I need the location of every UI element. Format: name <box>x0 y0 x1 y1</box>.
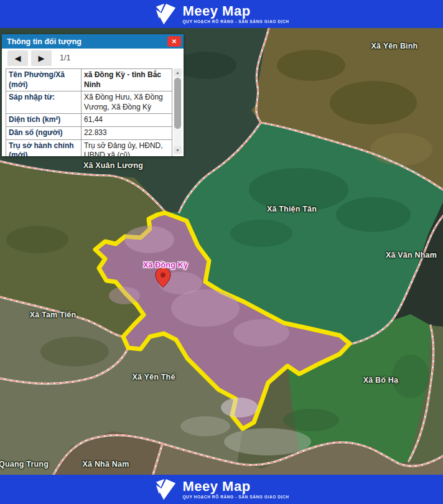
close-icon[interactable]: ✕ <box>167 36 181 47</box>
page-indicator: 1/1 <box>60 54 70 62</box>
popup-header: Thông tin đối tượng ✕ <box>2 34 184 49</box>
popup-title: Thông tin đối tượng <box>7 37 167 46</box>
info-row-label: Tên Phường/Xã (mới) <box>6 69 82 91</box>
brand-name: Meey Map <box>182 480 289 493</box>
prev-page-button[interactable]: ◀ <box>7 50 28 66</box>
meeymap-logo-footer[interactable]: Meey Map QUY HOẠCH RÕ RÀNG - SẴN SÀNG GI… <box>154 478 289 502</box>
info-row-value: xã Đồng Kỳ - tỉnh Bắc Ninh <box>82 69 172 91</box>
info-row-value: 22.833 <box>82 126 172 139</box>
footer-bar: Meey Map QUY HOẠCH RÕ RÀNG - SẴN SÀNG GI… <box>0 475 443 504</box>
scrollbar-thumb[interactable] <box>174 78 181 129</box>
scroll-up-icon[interactable]: ▲ <box>174 68 182 77</box>
object-info-popup: Thông tin đối tượng ✕ ◀ ▶ 1/1 Tên Phường… <box>2 34 184 156</box>
meeymap-logo-icon <box>154 2 177 26</box>
info-row-label: Diện tích (km²) <box>6 114 82 127</box>
info-row-value: Xã Đồng Hưu, Xã Đồng Vương, Xã Đồng Kỳ <box>82 91 172 114</box>
info-row-value: Trụ sở Đảng ủy, HĐND, UBND xã (cũ) <box>82 139 172 156</box>
info-table: Tên Phường/Xã (mới) xã Đồng Kỳ - tỉnh Bắ… <box>6 68 172 156</box>
table-row: Tên Phường/Xã (mới) xã Đồng Kỳ - tỉnh Bắ… <box>6 69 172 91</box>
info-row-label: Dân số (người) <box>6 126 82 139</box>
info-row-label: Trụ sở hành chính (mới) <box>6 139 82 156</box>
header-bar: Meey Map QUY HOẠCH RÕ RÀNG - SẴN SÀNG GI… <box>0 0 443 28</box>
chevron-right-icon: ▶ <box>39 54 45 63</box>
brand-name: Meey Map <box>182 4 289 18</box>
brand-tagline: QUY HOẠCH RÕ RÀNG - SẴN SÀNG GIAO DỊCH <box>182 20 289 24</box>
table-row: Trụ sở hành chính (mới) Trụ sở Đảng ủy, … <box>6 139 172 156</box>
table-row: Diện tích (km²) 61,44 <box>6 114 172 127</box>
table-row: Sáp nhập từ: Xã Đồng Hưu, Xã Đồng Vương,… <box>6 91 172 114</box>
meeymap-logo-icon <box>154 478 177 502</box>
chevron-left-icon: ◀ <box>15 54 21 63</box>
meeymap-logo[interactable]: Meey Map QUY HOẠCH RÕ RÀNG - SẴN SÀNG GI… <box>154 2 289 26</box>
scroll-down-icon[interactable]: ▼ <box>174 146 182 154</box>
info-row-label: Sáp nhập từ: <box>6 91 82 114</box>
brand-tagline: QUY HOẠCH RÕ RÀNG - SẴN SÀNG GIAO DỊCH <box>182 495 289 500</box>
next-page-button[interactable]: ▶ <box>31 50 52 66</box>
popup-scrollbar[interactable]: ▲ ▼ <box>174 68 182 154</box>
info-table-wrap: Tên Phường/Xã (mới) xã Đồng Kỳ - tỉnh Bắ… <box>6 68 172 156</box>
popup-pagination: ◀ ▶ 1/1 <box>2 49 184 67</box>
info-row-value: 61,44 <box>82 114 172 127</box>
table-row: Dân số (người) 22.833 <box>6 126 172 139</box>
